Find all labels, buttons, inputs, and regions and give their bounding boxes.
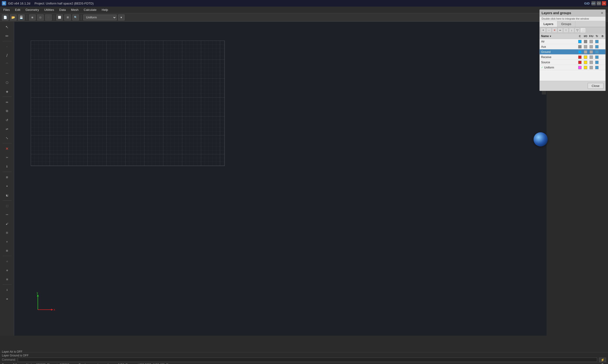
layer-row-receive[interactable]: Receive [540, 54, 605, 60]
move-up-btn[interactable]: ↑ [563, 28, 568, 33]
rotate-btn[interactable]: ↺ [2, 116, 12, 124]
coord-btn[interactable]: ⊕ [2, 266, 12, 274]
grid-btn[interactable]: ⊞ [2, 173, 12, 182]
cond-btn[interactable]: ⊟ [2, 228, 12, 237]
layer-options-btn[interactable]: ▼ [118, 14, 125, 21]
lightning-btn[interactable]: ⚡ [599, 358, 606, 362]
menu-calculate[interactable]: Calculate [81, 8, 99, 12]
source-tr[interactable] [594, 61, 600, 64]
axis-btn[interactable]: ⊹ [2, 257, 12, 265]
active-layer-btn[interactable]: ✕ [552, 28, 557, 33]
close-window-button[interactable]: ✕ [602, 1, 606, 5]
box-select-btn[interactable]: ⬚ [2, 201, 12, 210]
menubar: Files Edit Geometry Utilities Data Mesh … [0, 7, 608, 13]
panel-subtitle[interactable]: Double click here to integrate the windo… [540, 16, 605, 21]
aux-color-io[interactable] [583, 45, 588, 48]
scroll-btn[interactable]: ⬌ [2, 295, 12, 303]
command-input[interactable] [18, 358, 597, 362]
receive-tr[interactable] [594, 55, 600, 59]
menu-mesh[interactable]: Mesh [68, 8, 81, 12]
receive-fu[interactable] [588, 55, 594, 59]
render-btn[interactable]: ⬜ [56, 14, 63, 21]
select-btn[interactable]: ↖ [2, 23, 12, 31]
close-button[interactable]: Close [588, 83, 604, 89]
air-fu[interactable] [588, 40, 594, 43]
table-btn[interactable]: ⊞ [2, 246, 12, 255]
zoom-btn[interactable]: 🔍 [72, 14, 79, 21]
tab-layers[interactable]: Layers [540, 21, 557, 27]
uniform-tr[interactable] [594, 66, 600, 69]
layer-row-air[interactable]: Air [540, 39, 605, 44]
paint-btn[interactable]: 🖌 [2, 220, 12, 228]
tab-groups[interactable]: Groups [557, 21, 575, 27]
menu-utilities[interactable]: Utilities [42, 8, 56, 12]
svg-text:y: y [37, 291, 38, 295]
list-btn[interactable]: ≡ [2, 237, 12, 246]
save-button[interactable]: 💾 [18, 14, 25, 21]
menu-files[interactable]: Files [1, 8, 12, 12]
aux-color-c[interactable] [577, 45, 583, 48]
snap-btn[interactable]: ✦ [2, 182, 12, 190]
menu-geometry[interactable]: Geometry [23, 8, 41, 12]
source-fu[interactable] [588, 61, 594, 64]
panel-close-x-button[interactable]: ✕ [601, 11, 604, 15]
filter-btn[interactable]: ▽ [575, 28, 580, 33]
point-btn[interactable]: · [2, 42, 12, 51]
move-btn[interactable]: ⇔ [2, 98, 12, 106]
menu-edit[interactable]: Edit [13, 8, 22, 12]
mirror-btn[interactable]: ⇌ [2, 125, 12, 133]
move-down-btn[interactable]: ↓ [569, 28, 574, 33]
open-button[interactable]: 📂 [10, 14, 16, 21]
receive-color-io[interactable] [583, 55, 588, 59]
menu-help[interactable]: Help [99, 8, 110, 12]
measure-btn[interactable]: ⬕ [2, 191, 12, 199]
info-btn[interactable]: ℹ [2, 162, 12, 171]
copy-btn[interactable]: ⧉ [2, 107, 12, 115]
lasso-btn[interactable]: ⬾ [2, 210, 12, 219]
air-tr[interactable] [594, 40, 600, 43]
view-btn-1[interactable]: ◉ [29, 14, 36, 21]
layer-dropdown[interactable]: Uniform Air Aux Ground Receive Source Un… [83, 15, 117, 20]
line-btn[interactable]: / [2, 51, 12, 60]
receive-color-c[interactable] [577, 55, 583, 59]
main-viewport[interactable]: y x [14, 22, 547, 336]
menu-data[interactable]: Data [57, 8, 68, 12]
rename-layer-btn[interactable]: ✏ [558, 28, 563, 33]
ground-fu[interactable] [588, 50, 594, 54]
aux-tr[interactable] [594, 45, 600, 48]
view-btn-2[interactable]: ◎ [37, 14, 44, 21]
delete-btn[interactable]: ✕ [2, 144, 12, 153]
scale-btn[interactable]: ⤡ [2, 134, 12, 142]
view-btn-3[interactable]: ◎ [45, 14, 52, 21]
info2-btn[interactable]: ℹ [2, 286, 12, 294]
air-color-c[interactable] [577, 40, 583, 43]
layer-vis-btn[interactable]: ⊞ [2, 275, 12, 284]
settings-btn[interactable]: ⬜ [580, 28, 586, 33]
nurbs-btn[interactable]: 〰 [2, 69, 12, 78]
layer-row-ground[interactable]: Ground [540, 49, 605, 54]
source-color-c[interactable] [577, 61, 583, 64]
delete-layer-btn[interactable]: – [546, 28, 552, 33]
trim-btn[interactable]: ✂ [2, 153, 12, 162]
air-color-io[interactable] [583, 40, 588, 43]
draw-btn[interactable]: ✏ [2, 32, 12, 40]
ground-tr[interactable] [594, 50, 600, 54]
new-button[interactable]: 📄 [2, 14, 9, 21]
source-color-io[interactable] [583, 61, 588, 64]
uniform-color-io[interactable] [583, 66, 588, 69]
layer-row-aux[interactable]: Aux [540, 44, 605, 49]
arc-btn[interactable]: ⌒ [2, 60, 12, 69]
mesh-btn[interactable]: ⊞ [64, 14, 71, 21]
aux-fu[interactable] [588, 45, 594, 48]
ground-color-io[interactable] [583, 50, 588, 54]
layer-row-uniform[interactable]: ✓ Uniform [540, 65, 605, 70]
surface2-btn[interactable]: ◈ [2, 87, 12, 96]
ground-color-c[interactable] [577, 50, 583, 54]
sort-icon[interactable]: ▼ [549, 35, 552, 38]
svg-rect-1 [31, 41, 225, 166]
surface-btn[interactable]: ⬡ [2, 78, 12, 87]
uniform-color-c[interactable] [577, 66, 583, 69]
new-layer-btn[interactable]: + [541, 28, 546, 33]
layer-row-source[interactable]: Source [540, 60, 605, 65]
uniform-fu[interactable] [588, 66, 594, 69]
